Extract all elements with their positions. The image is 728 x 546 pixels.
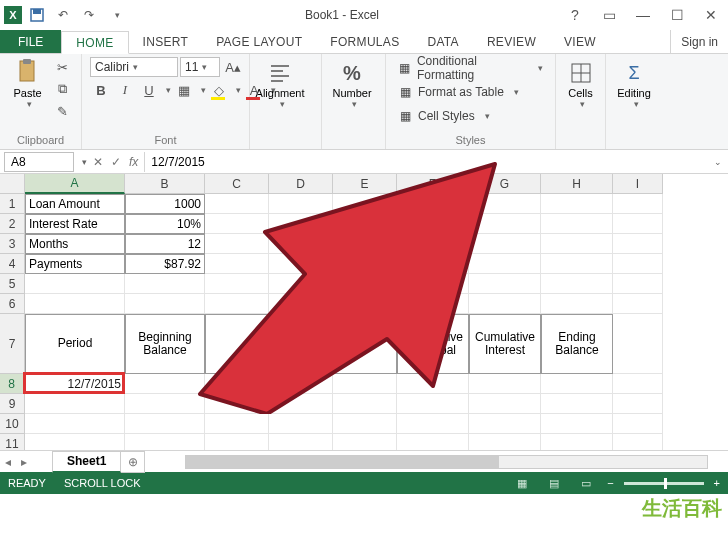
cell[interactable] bbox=[125, 274, 205, 294]
view-normal-icon[interactable]: ▦ bbox=[511, 475, 533, 491]
cell[interactable] bbox=[269, 434, 333, 450]
cell[interactable] bbox=[269, 274, 333, 294]
row-header[interactable]: 11 bbox=[0, 434, 25, 450]
cell[interactable] bbox=[541, 254, 613, 274]
cells-button[interactable]: Cells ▾ bbox=[564, 57, 597, 109]
sign-in-link[interactable]: Sign in bbox=[670, 30, 728, 53]
help-icon[interactable]: ? bbox=[558, 2, 592, 28]
sheet-tab-sheet1[interactable]: Sheet1 bbox=[52, 451, 121, 473]
cell[interactable] bbox=[613, 274, 663, 294]
conditional-formatting-button[interactable]: ▦Conditional Formatting▾ bbox=[394, 57, 547, 79]
cell[interactable] bbox=[397, 274, 469, 294]
column-header[interactable]: I bbox=[613, 174, 663, 194]
cell-B7[interactable]: Beginning Balance bbox=[125, 314, 205, 374]
cell[interactable] bbox=[125, 414, 205, 434]
format-painter-icon[interactable]: ✎ bbox=[51, 101, 73, 121]
minimize-icon[interactable]: — bbox=[626, 2, 660, 28]
cell[interactable] bbox=[613, 414, 663, 434]
copy-icon[interactable]: ⧉ bbox=[51, 79, 73, 99]
row-header[interactable]: 8 bbox=[0, 374, 25, 394]
cell[interactable] bbox=[333, 434, 397, 450]
cell[interactable] bbox=[25, 414, 125, 434]
row-header[interactable]: 9 bbox=[0, 394, 25, 414]
cell[interactable] bbox=[397, 194, 469, 214]
cell-B1[interactable]: 1000 bbox=[125, 194, 205, 214]
cell[interactable] bbox=[205, 214, 269, 234]
sheet-nav-next-icon[interactable]: ▸ bbox=[16, 451, 32, 473]
cell[interactable] bbox=[205, 374, 269, 394]
cell[interactable] bbox=[397, 374, 469, 394]
cell[interactable] bbox=[469, 434, 541, 450]
tab-file[interactable]: FILE bbox=[0, 30, 61, 53]
cell[interactable] bbox=[397, 394, 469, 414]
cell-A3[interactable]: Months bbox=[25, 234, 125, 254]
cell[interactable] bbox=[469, 214, 541, 234]
cell[interactable] bbox=[613, 194, 663, 214]
tab-pagelayout[interactable]: PAGE LAYOUT bbox=[202, 30, 316, 53]
cell-E7[interactable] bbox=[333, 314, 397, 374]
cell[interactable] bbox=[205, 234, 269, 254]
increase-font-icon[interactable]: A▴ bbox=[222, 57, 244, 77]
cell[interactable] bbox=[269, 194, 333, 214]
cell-G7[interactable]: Cumulative Interest bbox=[469, 314, 541, 374]
cell[interactable] bbox=[269, 254, 333, 274]
cell[interactable] bbox=[333, 374, 397, 394]
zoom-slider[interactable] bbox=[624, 482, 704, 485]
cell-F7[interactable]: Cumulative Principal bbox=[397, 314, 469, 374]
cell[interactable] bbox=[613, 374, 663, 394]
row-header[interactable]: 7 bbox=[0, 314, 25, 374]
row-header[interactable]: 5 bbox=[0, 274, 25, 294]
cell-A4[interactable]: Payments bbox=[25, 254, 125, 274]
row-header[interactable]: 2 bbox=[0, 214, 25, 234]
qat-undo-icon[interactable]: ↶ bbox=[52, 4, 74, 26]
column-header[interactable]: F bbox=[397, 174, 469, 194]
cell[interactable] bbox=[333, 214, 397, 234]
cell[interactable] bbox=[125, 394, 205, 414]
cut-icon[interactable]: ✂ bbox=[51, 57, 73, 77]
cell[interactable] bbox=[397, 254, 469, 274]
column-header[interactable]: H bbox=[541, 174, 613, 194]
cell[interactable] bbox=[25, 294, 125, 314]
cell[interactable] bbox=[125, 374, 205, 394]
cell[interactable] bbox=[397, 294, 469, 314]
cell[interactable] bbox=[541, 274, 613, 294]
add-sheet-button[interactable]: ⊕ bbox=[121, 451, 145, 473]
editing-button[interactable]: Σ Editing ▾ bbox=[614, 57, 654, 109]
underline-button[interactable]: U bbox=[138, 80, 160, 100]
number-format-button[interactable]: % Number ▾ bbox=[330, 57, 374, 109]
cell[interactable] bbox=[269, 394, 333, 414]
cell[interactable] bbox=[205, 394, 269, 414]
cell[interactable] bbox=[269, 414, 333, 434]
row-header[interactable]: 3 bbox=[0, 234, 25, 254]
border-icon[interactable]: ▦ bbox=[173, 80, 195, 100]
cell[interactable] bbox=[269, 294, 333, 314]
cell[interactable] bbox=[25, 394, 125, 414]
cell-A1[interactable]: Loan Amount bbox=[25, 194, 125, 214]
cell-A8[interactable]: 12/7/2015 bbox=[25, 374, 125, 394]
tab-insert[interactable]: INSERT bbox=[129, 30, 203, 53]
fill-color-icon[interactable]: ◇ bbox=[208, 80, 230, 100]
sheet-nav-prev-icon[interactable]: ◂ bbox=[0, 451, 16, 473]
cell[interactable] bbox=[333, 274, 397, 294]
cell[interactable] bbox=[25, 274, 125, 294]
cell[interactable] bbox=[205, 434, 269, 450]
cell[interactable] bbox=[541, 214, 613, 234]
worksheet-grid[interactable]: ABCDEFGHI 1234567891011 Loan AmountInter… bbox=[0, 174, 728, 450]
cell[interactable] bbox=[469, 234, 541, 254]
cell[interactable] bbox=[469, 294, 541, 314]
cell[interactable] bbox=[469, 194, 541, 214]
column-header[interactable]: A bbox=[25, 174, 125, 194]
cell[interactable] bbox=[397, 414, 469, 434]
cell-styles-button[interactable]: ▦Cell Styles▾ bbox=[394, 105, 494, 127]
qat-customize-icon[interactable]: ▾ bbox=[104, 4, 126, 26]
cell[interactable] bbox=[469, 374, 541, 394]
cell[interactable] bbox=[541, 434, 613, 450]
cell[interactable] bbox=[269, 374, 333, 394]
cell[interactable] bbox=[541, 294, 613, 314]
cell[interactable] bbox=[397, 214, 469, 234]
cell[interactable] bbox=[205, 414, 269, 434]
formula-expand-icon[interactable]: ⌄ bbox=[708, 157, 728, 167]
column-header[interactable]: C bbox=[205, 174, 269, 194]
cell[interactable] bbox=[205, 294, 269, 314]
cell[interactable] bbox=[397, 434, 469, 450]
